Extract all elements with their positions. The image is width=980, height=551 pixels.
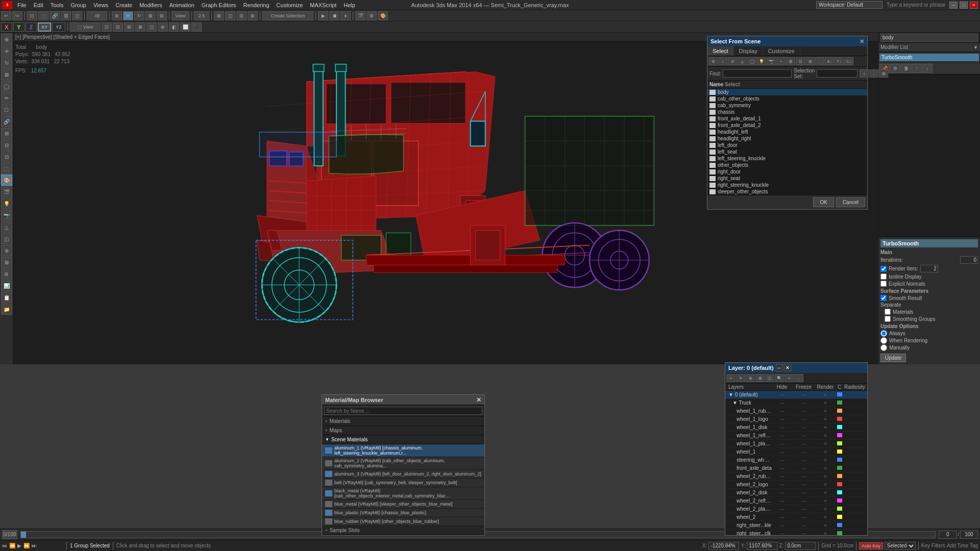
sfs-list-item[interactable]: body — [707, 89, 867, 95]
layer-list-row[interactable]: wheel_2_rubber——👁 — [725, 472, 867, 481]
sfs-invert-btn[interactable]: ⊖ — [728, 57, 737, 65]
select-region-button[interactable]: ⬚ — [38, 11, 48, 20]
move-down-btn[interactable]: ↓ — [922, 64, 933, 73]
sfs-set-btn3[interactable]: ⊠ — [879, 69, 888, 78]
render-iters-input[interactable] — [920, 265, 938, 272]
delete-modifier-btn[interactable]: 🗑 — [901, 64, 911, 73]
manually-radio[interactable] — [880, 344, 887, 351]
mirror-tool2[interactable]: ⊡ — [1, 151, 12, 162]
sfs-object-list[interactable]: bodycab_other_objectscab_symmetrychassis… — [707, 89, 867, 195]
play-btn-main[interactable]: ▶ — [17, 543, 21, 548]
render-settings-button[interactable]: ⚙ — [366, 11, 377, 20]
key-button[interactable]: ♦ — [340, 11, 351, 20]
sfs-list-item[interactable]: right_seat — [707, 175, 867, 182]
mb-scene-materials-section[interactable]: ▼ Scene Materials — [322, 435, 484, 444]
sfs-list-item[interactable]: left_steering_knuckle — [707, 155, 867, 162]
menu-maxscript[interactable]: MAXScript — [307, 2, 339, 9]
sfs-all-btn[interactable]: ⊕ — [708, 57, 718, 65]
menu-create[interactable]: Create — [112, 2, 135, 9]
mb-list-item[interactable]: blue_plastic (VRayMtl) [chassis_blue_pla… — [322, 509, 484, 517]
mb-list-item[interactable]: aluminum_3 (VRayMtl) [left_door_aluminum… — [322, 470, 484, 479]
sfs-geo-btn[interactable]: △ — [738, 57, 747, 65]
menu-modifiers[interactable]: Modifiers — [136, 2, 165, 9]
sfs-tab-select[interactable]: Select — [707, 46, 734, 56]
layer-list-row[interactable]: wheel_2_plastic——👁 — [725, 505, 867, 513]
sfs-list-item[interactable]: right_steering_knuckle — [707, 182, 867, 188]
create-selection-button[interactable]: Create Selection — [262, 11, 313, 20]
undo-button[interactable]: ↩ — [1, 11, 11, 20]
sfs-grid-btn[interactable]: ⊞ — [805, 57, 815, 65]
always-radio[interactable] — [880, 330, 887, 337]
minimize-button[interactable]: ─ — [949, 2, 958, 9]
sfs-list-item[interactable]: left_door — [707, 142, 867, 148]
lm-find-btn[interactable]: 🔍 — [775, 374, 784, 382]
lm-make-current-btn[interactable]: ◫ — [765, 374, 774, 382]
menu-graph-editors[interactable]: Graph Editors — [199, 2, 239, 9]
layer-list-row[interactable]: wheel_2_logo——👁 — [725, 481, 867, 489]
prev-frame-btn[interactable]: ⏪ — [9, 543, 15, 548]
snap-button[interactable]: ◫ — [225, 11, 235, 20]
next-frame-btn[interactable]: ⏩ — [23, 543, 30, 548]
menu-edit[interactable]: Edit — [31, 2, 46, 9]
paint-tool[interactable]: ✏ — [1, 92, 12, 104]
sfs-list-item[interactable]: left_seat — [707, 148, 867, 155]
menu-customize[interactable]: Customize — [273, 2, 306, 9]
iterations-input[interactable] — [960, 256, 978, 264]
space-warps-tool[interactable]: ⊠ — [1, 257, 12, 268]
menu-views[interactable]: Views — [90, 2, 111, 9]
sfs-cancel-button[interactable]: Cancel — [836, 197, 865, 207]
y-axis-btn[interactable]: Y — [13, 22, 24, 32]
sfs-list-item[interactable]: chassis — [707, 109, 867, 115]
mb-list-item[interactable]: black_metal (VRayMtl) [cab_other_objects… — [322, 487, 484, 500]
view-dropdown[interactable]: View — [172, 11, 189, 20]
vp-btn7[interactable]: ◧ — [169, 22, 179, 32]
bind-button[interactable]: ◫ — [72, 11, 82, 20]
play-anim-btn[interactable]: ⏮ — [2, 543, 7, 548]
percent-input[interactable]: 2.5 — [194, 11, 209, 20]
mb-list-item[interactable]: blue_metal (VRayMtl) [sleeper_other_obje… — [322, 500, 484, 509]
sfs-space-btn[interactable]: ⊠ — [786, 57, 795, 65]
selection-set-input[interactable] — [817, 69, 857, 78]
sfs-point-btn[interactable]: · — [815, 57, 824, 65]
mb-search-input[interactable] — [324, 407, 482, 415]
update-button[interactable]: Update — [880, 354, 906, 362]
sfs-list-item[interactable]: cab_other_objects — [707, 95, 867, 102]
snap-tool2[interactable]: ⊞ — [1, 128, 12, 139]
yz-plane-btn[interactable]: YZ — [52, 22, 65, 32]
sfs-set-btn1[interactable]: + — [860, 69, 869, 78]
layer-list-row[interactable]: steering_wheel_——👁 — [725, 456, 867, 464]
layer-list-row[interactable]: ▼ 0 (default)——👁 — [725, 391, 867, 399]
scale-tool[interactable]: ⊠ — [1, 69, 12, 80]
redo-button[interactable]: ↪ — [12, 11, 22, 20]
vp-btn9[interactable]: ⬛ — [191, 22, 202, 32]
materials-checkbox[interactable] — [885, 309, 891, 315]
vp-btn1[interactable]: ⊡ — [102, 22, 112, 32]
select-obj-button[interactable]: ⊡ — [27, 11, 37, 20]
menu-animation[interactable]: Animation — [166, 2, 198, 9]
layer-list-row[interactable]: right_steer...clk——👁 — [725, 530, 867, 535]
auto-key-btn[interactable]: Auto Key — [859, 542, 883, 549]
vp-btn6[interactable]: ⊕ — [158, 22, 168, 32]
current-frame-input[interactable] — [939, 531, 957, 539]
find-input[interactable] — [723, 69, 792, 78]
particles-tool[interactable]: ⊕ — [1, 245, 12, 256]
layer-list-row[interactable]: ▼ Truck——👁 — [725, 399, 867, 407]
light-tool[interactable]: 💡 — [1, 198, 12, 209]
align-tool2[interactable]: ⊟ — [1, 139, 12, 151]
link-tool2[interactable]: 🔗 — [1, 116, 12, 127]
sfs-close-btn[interactable]: ✕ — [860, 38, 864, 45]
sfs-list-item[interactable]: sleeper_other_objects — [707, 188, 867, 195]
camera-tool[interactable]: 📷 — [1, 210, 12, 221]
when-rendering-radio[interactable] — [880, 337, 887, 344]
mb-close-btn[interactable]: ✕ — [476, 396, 481, 404]
layer-list-row[interactable]: wheel_1_logo——👁 — [725, 415, 867, 423]
sfs-none-btn[interactable]: ○ — [718, 57, 727, 65]
vp-btn8[interactable]: ⬜ — [180, 22, 190, 32]
sfs-list-item[interactable]: headlight_left — [707, 129, 867, 135]
sfs-tab-customize[interactable]: Customize — [763, 46, 800, 56]
sfs-list-item[interactable]: other_objects — [707, 162, 867, 168]
layer-list-row[interactable]: wheel_2_reflect8——👁 — [725, 497, 867, 505]
mb-sample-slots-section[interactable]: + Sample Slots — [322, 526, 484, 535]
total-frames-input[interactable] — [960, 531, 978, 539]
workspace-dropdown[interactable] — [816, 1, 883, 9]
